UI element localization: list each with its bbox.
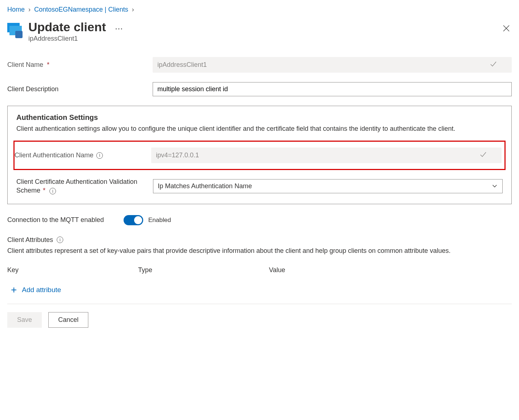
- attr-col-key: Key: [7, 266, 138, 274]
- close-button[interactable]: [502, 24, 510, 34]
- info-icon[interactable]: i: [49, 188, 56, 194]
- save-button[interactable]: Save: [7, 312, 42, 328]
- page-header: Update client ⋯ ipAddressClient1: [7, 20, 512, 43]
- auth-scheme-label: Client Certificate Authentication Valida…: [16, 177, 153, 195]
- client-desc-input[interactable]: [153, 82, 512, 96]
- auth-name-highlight: Client Authentication Name i ipv4=127.0.…: [13, 141, 506, 170]
- mqtt-state: Enabled: [148, 217, 171, 224]
- plus-icon: +: [11, 285, 17, 295]
- footer-bar: Save Cancel: [7, 304, 512, 328]
- more-actions-button[interactable]: ⋯: [115, 24, 124, 33]
- cancel-button[interactable]: Cancel: [48, 312, 88, 328]
- add-attribute-button[interactable]: + Add attribute: [7, 283, 512, 297]
- client-name-label: Client Name*: [7, 61, 153, 69]
- mqtt-label: Connection to the MQTT enabled: [7, 216, 124, 224]
- client-name-field: ipAddressClient1: [153, 57, 512, 73]
- auth-settings-panel: Authentication Settings Client authentic…: [7, 106, 512, 204]
- add-attribute-label: Add attribute: [22, 286, 61, 294]
- auth-scheme-value: Ip Matches Authentication Name: [158, 182, 252, 190]
- chevron-down-icon: [491, 183, 498, 189]
- client-desc-label: Client Description: [7, 85, 153, 93]
- info-icon[interactable]: i: [96, 152, 103, 159]
- auth-name-value: ipv4=127.0.0.1: [156, 152, 199, 159]
- page-subtitle: ipAddressClient1: [28, 35, 124, 43]
- attr-col-type: Type: [138, 266, 269, 274]
- breadcrumb-sep: ›: [28, 6, 31, 13]
- auth-name-label: Client Authentication Name i: [15, 152, 151, 159]
- mqtt-toggle[interactable]: [124, 215, 143, 225]
- auth-settings-desc: Client authentication settings allow you…: [16, 124, 503, 133]
- client-name-value: ipAddressClient1: [157, 61, 207, 69]
- auth-name-field: ipv4=127.0.0.1: [151, 148, 502, 163]
- breadcrumb-namespace[interactable]: ContosoEGNamespace | Clients: [34, 6, 128, 13]
- breadcrumb: Home › ContosoEGNamespace | Clients ›: [7, 6, 512, 13]
- auth-settings-title: Authentication Settings: [16, 113, 503, 122]
- attributes-header: Key Type Value: [7, 266, 512, 274]
- auth-scheme-select[interactable]: Ip Matches Authentication Name: [153, 179, 503, 193]
- attr-col-value: Value: [269, 266, 285, 274]
- info-icon[interactable]: i: [57, 237, 63, 243]
- client-attributes-desc: Client attributes represent a set of key…: [7, 246, 512, 255]
- breadcrumb-home[interactable]: Home: [7, 6, 25, 13]
- client-icon: [7, 22, 23, 38]
- check-icon: [490, 60, 497, 69]
- breadcrumb-sep: ›: [132, 6, 134, 13]
- client-attributes-title: Client Attributes: [7, 236, 53, 244]
- check-icon: [479, 151, 487, 160]
- page-title: Update client: [28, 20, 106, 34]
